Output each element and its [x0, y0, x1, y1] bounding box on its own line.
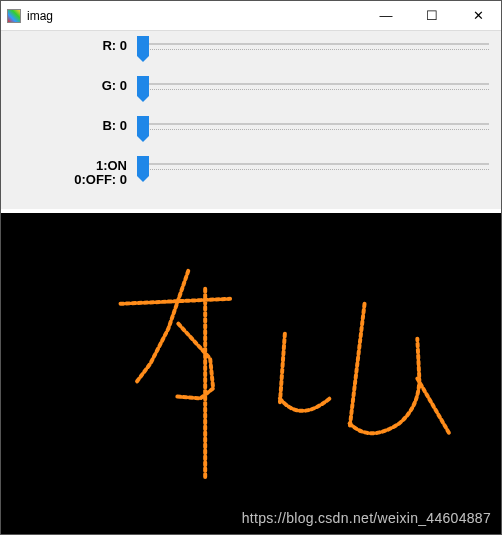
minimize-button[interactable]: —	[363, 1, 409, 30]
trackbar-switch-label: 1:ON 0:OFF: 0	[9, 159, 133, 187]
window: imag — ☐ ✕ R: 0 G: 0 B: 0	[0, 0, 502, 535]
trackbar-r-label: R: 0	[9, 39, 133, 53]
drawing-strokes	[1, 213, 501, 534]
trackbar-g-slider[interactable]	[133, 79, 493, 105]
trackbar-switch-thumb[interactable]	[137, 156, 149, 176]
trackbar-b: B: 0	[9, 119, 493, 145]
trackbar-r-slider[interactable]	[133, 39, 493, 65]
drawing-canvas[interactable]: https://blog.csdn.net/weixin_44604887	[1, 213, 501, 534]
trackbar-b-thumb[interactable]	[137, 116, 149, 136]
trackbar-g-label: G: 0	[9, 79, 133, 93]
maximize-button[interactable]: ☐	[409, 1, 455, 30]
window-controls: — ☐ ✕	[363, 1, 501, 30]
trackbar-g: G: 0	[9, 79, 493, 105]
window-title: imag	[27, 9, 363, 23]
trackbar-panel: R: 0 G: 0 B: 0 1:ON 0:OFF: 0	[1, 31, 501, 209]
trackbar-switch-slider[interactable]	[133, 159, 493, 185]
close-button[interactable]: ✕	[455, 1, 501, 30]
trackbar-switch: 1:ON 0:OFF: 0	[9, 159, 493, 187]
watermark-text: https://blog.csdn.net/weixin_44604887	[242, 510, 491, 526]
trackbar-r: R: 0	[9, 39, 493, 65]
titlebar: imag — ☐ ✕	[1, 1, 501, 31]
trackbar-b-slider[interactable]	[133, 119, 493, 145]
app-icon	[7, 9, 21, 23]
trackbar-r-thumb[interactable]	[137, 36, 149, 56]
trackbar-g-thumb[interactable]	[137, 76, 149, 96]
trackbar-b-label: B: 0	[9, 119, 133, 133]
